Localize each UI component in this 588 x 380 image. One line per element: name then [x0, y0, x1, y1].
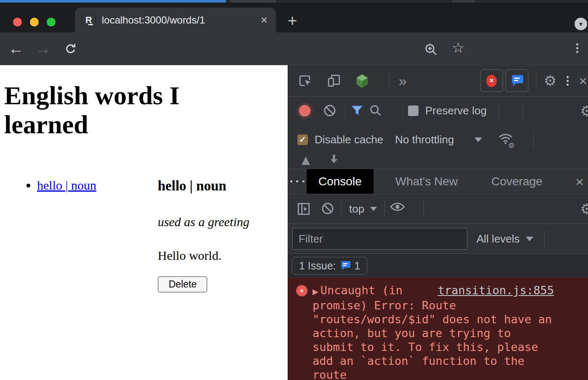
- clear-console-icon[interactable]: [321, 202, 335, 216]
- console-filter-row: All levels: [288, 224, 588, 254]
- browser-tab[interactable]: R localhost:3000/words/1 ×: [75, 8, 276, 32]
- issues-bubble-icon: [340, 261, 350, 270]
- tab-whats-new[interactable]: What's New: [384, 169, 470, 194]
- console-filter-input[interactable]: [292, 228, 467, 250]
- inspect-element-icon[interactable]: [298, 74, 313, 88]
- word-list: hello | noun: [0, 178, 158, 293]
- search-network-icon[interactable]: [369, 104, 383, 118]
- issues-count: 1: [355, 260, 360, 272]
- record-network-icon[interactable]: [299, 105, 310, 116]
- disable-cache-checkbox[interactable]: ✓: [297, 135, 308, 145]
- import-har-icon[interactable]: ▲: [302, 154, 310, 165]
- preserve-log-checkbox[interactable]: [408, 106, 418, 116]
- page-title: English words I learned: [4, 81, 231, 140]
- devtools-close-icon[interactable]: ×: [579, 74, 587, 88]
- macos-fullscreen-button[interactable]: [47, 18, 56, 26]
- network-conditions-row: ✓ Disable cache No throttling ⚙: [288, 125, 588, 154]
- forward-icon[interactable]: →: [34, 32, 52, 65]
- issues-label: 1 Issue:: [299, 260, 336, 272]
- bookmark-star-icon[interactable]: ☆: [452, 39, 464, 56]
- tab-title: localhost:3000/words/1: [102, 14, 259, 26]
- nodejs-icon[interactable]: [355, 74, 370, 88]
- settings-gear-icon[interactable]: ⚙: [544, 74, 556, 88]
- console-toolbar: top ⚙: [288, 194, 588, 224]
- word-example: Hello world.: [158, 248, 249, 263]
- issues-bubble-icon: [511, 75, 523, 87]
- issues-bar: 1 Issue: 1: [288, 254, 588, 277]
- browser-toolbar: ← → i localhost:3000/words/1 ☆: [0, 32, 588, 65]
- error-text: Uncaught (in promise) Error: Route "rout…: [313, 284, 552, 380]
- export-har-icon[interactable]: [329, 154, 339, 165]
- live-expression-eye-icon[interactable]: [390, 202, 404, 216]
- tab-search-button[interactable]: ▼: [575, 18, 587, 30]
- word-link[interactable]: hello | noun: [37, 178, 96, 192]
- word-detail-title: hello | noun: [158, 178, 249, 194]
- expand-triangle-icon[interactable]: ▶: [313, 287, 318, 296]
- console-settings-gear-icon[interactable]: ⚙: [580, 202, 588, 216]
- devtools-main-toolbar: » × ⚙ ×: [288, 65, 588, 97]
- network-toolbar: Preserve log ⚙: [288, 97, 588, 125]
- issues-counter-button[interactable]: 1 Issue: 1: [292, 257, 367, 274]
- list-item: hello | noun: [37, 178, 158, 193]
- word-detail: hello | noun used as a greeting Hello wo…: [158, 178, 249, 293]
- macos-close-button[interactable]: [13, 18, 22, 26]
- word-definition: used as a greeting: [158, 215, 249, 229]
- tab-console[interactable]: Console: [307, 169, 373, 194]
- remix-favicon: R: [82, 13, 96, 27]
- filter-funnel-icon[interactable]: [350, 104, 365, 118]
- har-import-export-row: ▲: [288, 154, 588, 169]
- clear-network-icon[interactable]: [323, 104, 337, 118]
- drawer-tab-bar: Console What's New Coverage ×: [288, 169, 588, 194]
- context-caret-icon: [370, 207, 377, 211]
- drawer-close-icon[interactable]: ×: [575, 169, 588, 194]
- devtools-menu-icon[interactable]: [567, 74, 569, 87]
- browser-tab-bar: R localhost:3000/words/1 × + ▼: [0, 3, 588, 32]
- throttling-select[interactable]: No throttling: [395, 133, 454, 146]
- back-icon[interactable]: ←: [7, 32, 25, 65]
- new-tab-button[interactable]: +: [288, 13, 297, 29]
- error-circle-icon: ×: [296, 285, 307, 296]
- log-levels-caret-icon: [526, 237, 533, 241]
- more-tabs-icon[interactable]: »: [399, 73, 407, 89]
- javascript-context-select[interactable]: top: [349, 203, 377, 216]
- error-count-button[interactable]: ×: [480, 69, 503, 92]
- macos-minimize-button[interactable]: [30, 18, 39, 26]
- error-badge-icon: ×: [486, 75, 497, 87]
- zoom-icon[interactable]: [424, 42, 438, 57]
- log-levels-value: All levels: [477, 232, 520, 245]
- network-settings-gear-icon[interactable]: ⚙: [580, 104, 588, 118]
- tab-close-icon[interactable]: ×: [259, 14, 269, 26]
- disable-cache-label: Disable cache: [315, 133, 383, 146]
- context-value: top: [349, 203, 364, 216]
- browser-menu-icon[interactable]: [576, 42, 578, 55]
- reload-icon[interactable]: [61, 32, 80, 65]
- network-conditions-icon[interactable]: ⚙: [498, 132, 512, 147]
- console-sidebar-icon[interactable]: [297, 202, 311, 216]
- screenshot: R localhost:3000/words/1 × + ▼ ← → i loc…: [0, 0, 588, 380]
- device-toolbar-icon[interactable]: [327, 74, 341, 88]
- drawer-menu-icon[interactable]: [288, 169, 307, 194]
- delete-button[interactable]: Delete: [158, 276, 207, 293]
- devtools-panel: » × ⚙ ×: [288, 65, 588, 380]
- console-error-message[interactable]: × transition.js:855▶Uncaught (in promise…: [288, 277, 588, 380]
- preserve-log-label: Preserve log: [425, 104, 487, 117]
- tab-coverage[interactable]: Coverage: [479, 169, 554, 194]
- page-content: English words I learned hello | noun hel…: [0, 65, 288, 380]
- issues-button[interactable]: [506, 69, 528, 92]
- log-levels-select[interactable]: All levels: [477, 232, 533, 245]
- throttling-caret-icon[interactable]: [474, 137, 482, 142]
- source-link[interactable]: transition.js:855: [438, 283, 554, 297]
